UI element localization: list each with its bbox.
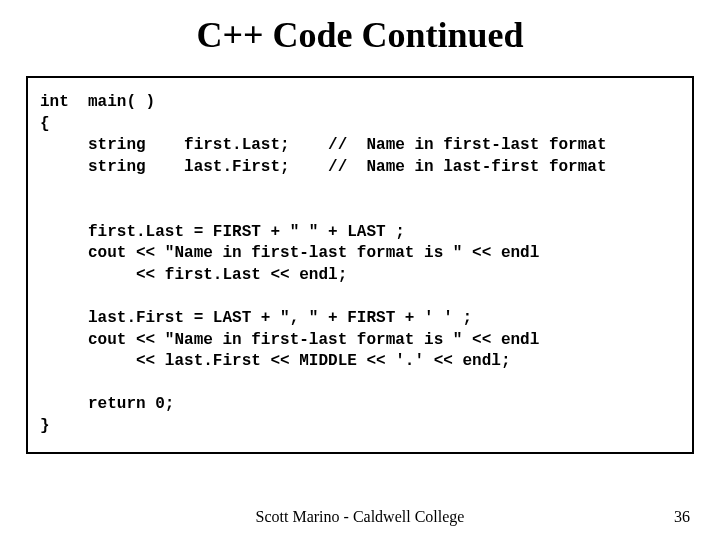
slide-title: C++ Code Continued [0,0,720,66]
code-block: int main( ) { string first.Last; // Name… [26,76,694,454]
footer-author: Scott Marino - Caldwell College [0,508,720,526]
page-number: 36 [674,508,690,526]
slide: C++ Code Continued int main( ) { string … [0,0,720,540]
